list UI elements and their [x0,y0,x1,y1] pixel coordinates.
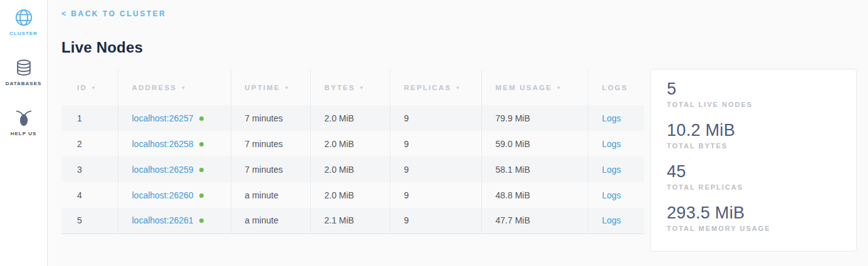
cluster-summary-card: 5 TOTAL LIVE NODES 10.2 MiB TOTAL BYTES … [650,69,857,252]
stat-total-memory-usage: 293.5 MiB TOTAL MEMORY USAGE [667,203,840,232]
content-row: ID▼ ADDRESS▼ UPTIME▼ BYTES▼ REPLICAS▼ ME… [61,70,868,252]
column-header-bytes[interactable]: BYTES▼ [310,70,390,105]
back-to-cluster-link[interactable]: < BACK TO CLUSTER [61,9,166,18]
stat-total-live-nodes: 5 TOTAL LIVE NODES [667,79,840,108]
node-mem-usage-cell: 79.9 MiB [481,105,588,131]
node-mem-usage-cell: 48.8 MiB [481,182,588,208]
node-uptime-cell: 7 minutes [231,156,310,182]
sidebar-item-label: CLUSTER [9,31,38,36]
node-address-link[interactable]: localhost:26260 [132,190,194,200]
node-uptime-cell: a minute [231,208,310,233]
stat-total-replicas: 45 TOTAL REPLICAS [667,161,840,191]
stat-total-bytes: 10.2 MiB TOTAL BYTES [667,120,840,150]
node-replicas-cell: 9 [390,208,481,233]
sidebar-item-label: HELP US [11,131,37,136]
column-header-uptime[interactable]: UPTIME▼ [231,70,310,105]
node-bytes-cell: 2.0 MiB [310,182,390,208]
node-logs-cell: Logs [588,156,644,182]
node-replicas-cell: 9 [390,182,481,208]
stat-value: 45 [667,161,840,182]
bug-icon [14,108,33,127]
table-row: 3 localhost:26259 7 minutes 2.0 MiB 9 58… [61,156,644,182]
node-live-status-icon [199,193,204,198]
stat-label: TOTAL BYTES [667,142,840,150]
page-title: Live Nodes [61,39,868,56]
node-id-cell: 1 [61,105,118,131]
node-address-cell: localhost:26261 [118,208,231,233]
node-logs-cell: Logs [588,182,644,208]
node-bytes-cell: 2.1 MiB [310,208,390,233]
node-bytes-cell: 2.0 MiB [310,156,390,182]
node-logs-link[interactable]: Logs [602,215,621,225]
column-header-address[interactable]: ADDRESS▼ [118,70,231,105]
node-address-link[interactable]: localhost:26259 [132,165,194,175]
stat-label: TOTAL MEMORY USAGE [667,225,840,232]
node-id-cell: 5 [61,208,118,233]
node-address-link[interactable]: localhost:26257 [132,113,194,123]
app-window: CLUSTER DATABASES HELP US < BACK TO CLUS… [0,0,868,266]
database-icon [14,58,33,77]
node-uptime-cell: 7 minutes [231,105,310,131]
node-id-cell: 3 [61,156,118,182]
node-bytes-cell: 2.0 MiB [310,131,390,156]
node-address-cell: localhost:26260 [118,182,231,208]
node-uptime-cell: a minute [231,182,310,208]
node-address-link[interactable]: localhost:26258 [132,139,194,149]
node-live-status-icon [199,116,204,121]
column-header-replicas[interactable]: REPLICAS▼ [390,70,481,105]
column-header-mem-usage[interactable]: MEM USAGE▼ [481,70,588,105]
stat-label: TOTAL LIVE NODES [667,101,840,108]
node-logs-cell: Logs [588,131,644,156]
sort-arrow-icon: ▼ [359,85,365,91]
table-row: 4 localhost:26260 a minute 2.0 MiB 9 48.… [61,182,644,208]
globe-icon [14,8,33,27]
main-content: < BACK TO CLUSTER Live Nodes ID▼ ADDRESS… [48,0,868,266]
node-mem-usage-cell: 59.0 MiB [481,131,588,156]
node-logs-link[interactable]: Logs [602,139,621,149]
sidebar-item-label: DATABASES [6,81,42,86]
stat-value: 293.5 MiB [667,203,840,223]
node-logs-link[interactable]: Logs [602,165,621,175]
sort-arrow-icon: ▼ [455,85,461,91]
node-live-status-icon [199,218,204,223]
stat-value: 10.2 MiB [667,120,840,140]
node-bytes-cell: 2.0 MiB [310,105,390,131]
node-replicas-cell: 9 [390,131,481,156]
node-logs-cell: Logs [588,208,644,233]
sidebar: CLUSTER DATABASES HELP US [0,0,48,266]
column-header-logs: LOGS [588,70,644,105]
node-address-cell: localhost:26259 [118,156,231,182]
stat-label: TOTAL REPLICAS [667,183,840,191]
node-id-cell: 4 [61,182,118,208]
node-address-cell: localhost:26258 [118,131,231,156]
node-logs-link[interactable]: Logs [602,113,621,123]
column-header-id[interactable]: ID▼ [61,70,118,105]
node-live-status-icon [199,142,204,146]
node-live-status-icon [199,168,204,172]
node-replicas-cell: 9 [390,156,481,182]
sort-arrow-icon: ▼ [284,85,290,91]
node-mem-usage-cell: 47.7 MiB [481,208,588,233]
table-row: 2 localhost:26258 7 minutes 2.0 MiB 9 59… [61,131,644,156]
sidebar-item-help-us[interactable]: HELP US [11,108,37,136]
sort-arrow-icon: ▼ [180,85,187,91]
node-mem-usage-cell: 58.1 MiB [481,156,588,182]
sidebar-item-cluster[interactable]: CLUSTER [9,8,38,36]
node-address-link[interactable]: localhost:26261 [132,215,194,225]
node-id-cell: 2 [61,131,118,156]
sort-arrow-icon: ▼ [556,85,562,91]
node-logs-link[interactable]: Logs [602,190,621,200]
sidebar-item-databases[interactable]: DATABASES [6,58,42,86]
node-replicas-cell: 9 [390,105,481,131]
sort-arrow-icon: ▼ [91,85,97,91]
live-nodes-table: ID▼ ADDRESS▼ UPTIME▼ BYTES▼ REPLICAS▼ ME… [61,70,644,234]
stat-value: 5 [667,79,840,99]
table-row: 5 localhost:26261 a minute 2.1 MiB 9 47.… [61,208,644,233]
table-row: 1 localhost:26257 7 minutes 2.0 MiB 9 79… [61,105,644,131]
table-header-row: ID▼ ADDRESS▼ UPTIME▼ BYTES▼ REPLICAS▼ ME… [61,70,644,105]
node-uptime-cell: 7 minutes [231,131,310,156]
node-address-cell: localhost:26257 [118,105,231,131]
node-logs-cell: Logs [588,105,644,131]
